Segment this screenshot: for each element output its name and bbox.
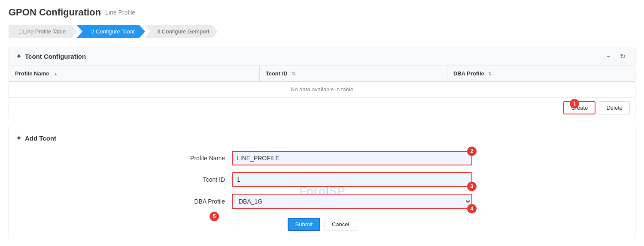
page-title: GPON Configuration [9, 7, 101, 18]
profile-name-label: Profile Name [172, 155, 232, 162]
page-subtitle: Line Profile [105, 9, 135, 16]
step-2-label: 2.Configure Tcont [91, 28, 135, 35]
callout-badge-5: 5 [210, 212, 219, 221]
tcont-panel: ✦ Tcont Configuration − ↻ Profile Name ▲ [9, 47, 635, 118]
tcont-id-row: Tcont ID 3 [172, 172, 472, 187]
add-tcont-section: ✦ Add Tcont Foro|SP Profile Name 2 Tcont… [9, 127, 635, 238]
add-puzzle-icon: ✦ [16, 134, 21, 142]
panel-header: ✦ Tcont Configuration − ↻ [9, 47, 635, 66]
callout-badge-2: 2 [467, 147, 477, 156]
table-actions: 1 Create Delete [9, 97, 635, 118]
col-dba-profile[interactable]: DBA Profile ⇅ [447, 66, 635, 81]
col-profile-name-label: Profile Name [15, 70, 49, 77]
minimize-button[interactable]: − [604, 51, 613, 61]
step-3[interactable]: 3.Configure Gemport [144, 25, 218, 38]
dba-profile-row: DBA Profile DBA_1G DBA_100M DBA_10G 4 [172, 194, 472, 209]
tcont-id-label: Tcont ID [172, 176, 232, 183]
add-section-header: ✦ Add Tcont [16, 134, 628, 142]
create-button[interactable]: Create [563, 101, 595, 114]
step-1-label: 1.Line Profile Table [18, 28, 66, 35]
panel-title: ✦ Tcont Configuration [16, 52, 86, 60]
form-actions: 5 Submit Cancel [172, 218, 472, 231]
dba-profile-label: DBA Profile [172, 198, 232, 205]
steps-bar: 1.Line Profile Table 2.Configure Tcont 3… [9, 25, 635, 38]
col-profile-name[interactable]: Profile Name ▲ [9, 66, 259, 81]
add-section-title: Add Tcont [25, 135, 56, 142]
table-header-row: Profile Name ▲ Tcont ID ⇅ DBA Profile ⇅ [9, 66, 635, 81]
callout-badge-3: 3 [467, 182, 477, 191]
refresh-button[interactable]: ↻ [617, 51, 628, 61]
step-1[interactable]: 1.Line Profile Table [9, 25, 77, 38]
profile-name-input[interactable] [232, 151, 472, 165]
form-area: Foro|SP Profile Name 2 Tcont ID 3 DBA P [172, 151, 472, 231]
col-tcont-id[interactable]: Tcont ID ⇅ [259, 66, 447, 81]
panel-controls: − ↻ [604, 51, 628, 61]
sort-profile-icon: ▲ [53, 71, 58, 76]
col-dba-profile-label: DBA Profile [453, 70, 484, 77]
puzzle-icon: ✦ [16, 52, 21, 60]
profile-name-row: Profile Name 2 [172, 151, 472, 165]
delete-button[interactable]: Delete [599, 101, 630, 114]
page-header: GPON Configuration Line Profile [9, 7, 635, 18]
dba-profile-select[interactable]: DBA_1G DBA_100M DBA_10G [232, 194, 472, 209]
create-button-wrapper: 1 Create [563, 101, 595, 114]
tcont-id-input[interactable] [232, 172, 472, 187]
sort-dba-icon: ⇅ [488, 71, 492, 76]
col-tcont-id-label: Tcont ID [266, 70, 288, 77]
step-2[interactable]: 2.Configure Tcont [76, 25, 145, 38]
step-3-label: 3.Configure Gemport [157, 28, 209, 35]
sort-tcont-icon: ⇅ [292, 71, 295, 76]
panel-title-text: Tcont Configuration [25, 53, 86, 60]
no-data-cell: No data available in table [9, 81, 635, 97]
table-container: Profile Name ▲ Tcont ID ⇅ DBA Profile ⇅ [9, 66, 635, 97]
cancel-button[interactable]: Cancel [325, 218, 356, 231]
submit-button[interactable]: Submit [288, 218, 320, 231]
tcont-table: Profile Name ▲ Tcont ID ⇅ DBA Profile ⇅ [9, 66, 635, 97]
no-data-row: No data available in table [9, 81, 635, 97]
callout-badge-4: 4 [467, 204, 477, 213]
